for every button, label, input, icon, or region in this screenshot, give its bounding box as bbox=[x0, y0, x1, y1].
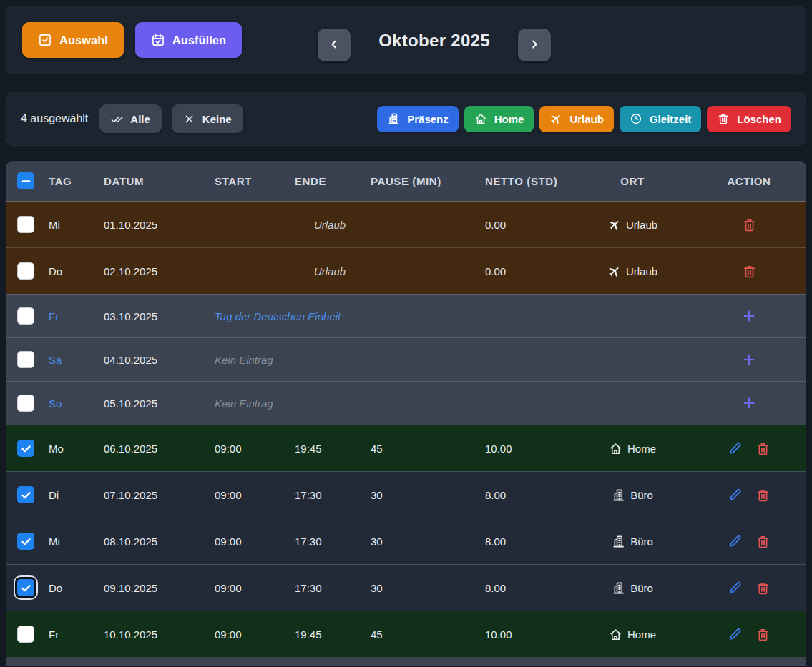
add-entry-button[interactable] bbox=[740, 395, 758, 412]
day-label: Do bbox=[43, 265, 98, 277]
pencil-icon bbox=[728, 580, 743, 596]
table-row-partial bbox=[6, 657, 806, 666]
pause-minutes: 30 bbox=[365, 489, 479, 501]
check-square-icon bbox=[38, 33, 52, 47]
edit-entry-button[interactable] bbox=[728, 627, 743, 642]
location-cell: Büro bbox=[571, 488, 694, 502]
note-label: Kein Eintrag bbox=[209, 354, 479, 366]
row-checkbox[interactable] bbox=[17, 486, 34, 503]
trash-icon bbox=[717, 112, 730, 125]
location-cell: Büro bbox=[571, 581, 694, 595]
auswahl-button[interactable]: Auswahl bbox=[22, 22, 124, 58]
date-label: 02.10.2025 bbox=[98, 265, 209, 277]
column-header-action: ACTION bbox=[694, 175, 804, 187]
urlaub-button[interactable]: Urlaub bbox=[539, 106, 614, 132]
day-label: Di bbox=[43, 489, 98, 501]
praesenz-button[interactable]: Präsenz bbox=[377, 106, 459, 132]
delete-entry-button[interactable] bbox=[755, 580, 771, 596]
ausfuellen-button-label: Ausfüllen bbox=[172, 34, 226, 47]
action-cell bbox=[694, 580, 804, 596]
table-row: Mi01.10.2025Urlaub0.00Urlaub bbox=[6, 201, 806, 247]
day-label: Fr bbox=[43, 310, 98, 322]
action-cell bbox=[694, 627, 804, 642]
selection-toolbar: 4 ausgewählt Alle Keine PräsenzHomeUrlau… bbox=[6, 92, 806, 146]
pause-minutes: 45 bbox=[365, 628, 479, 641]
row-checkbox-cell bbox=[6, 579, 43, 596]
plus-icon bbox=[740, 351, 758, 368]
plus-icon bbox=[740, 395, 758, 412]
select-all-checkbox[interactable] bbox=[17, 172, 34, 189]
netto-hours: 8.00 bbox=[479, 535, 571, 548]
pause-minutes: 30 bbox=[365, 535, 479, 548]
building-icon bbox=[612, 488, 625, 502]
date-label: 08.10.2025 bbox=[98, 535, 209, 548]
column-header-pause-min: PAUSE (MIN) bbox=[365, 175, 479, 187]
row-checkbox[interactable] bbox=[17, 262, 34, 280]
delete-entry-button[interactable] bbox=[742, 264, 757, 279]
home-button[interactable]: Home bbox=[464, 106, 534, 132]
calendar-check-icon bbox=[151, 33, 165, 47]
row-checkbox[interactable] bbox=[17, 395, 34, 412]
location-label: Büro bbox=[630, 489, 653, 501]
edit-entry-button[interactable] bbox=[728, 488, 743, 503]
ausfuellen-button[interactable]: Ausfüllen bbox=[135, 22, 242, 58]
select-all-button[interactable]: Alle bbox=[99, 104, 162, 133]
loeschen-button[interactable]: Löschen bbox=[707, 106, 791, 132]
date-label: 05.10.2025 bbox=[98, 397, 209, 410]
add-entry-button[interactable] bbox=[740, 307, 758, 325]
location-label: Home bbox=[627, 628, 656, 641]
location-cell: Büro bbox=[571, 535, 694, 548]
netto-hours: 0.00 bbox=[479, 219, 571, 231]
delete-entry-button[interactable] bbox=[755, 488, 771, 503]
row-checkbox[interactable] bbox=[17, 307, 34, 325]
location-label: Büro bbox=[630, 535, 653, 548]
previous-month-button[interactable] bbox=[318, 29, 351, 61]
delete-entry-button[interactable] bbox=[755, 534, 771, 549]
row-checkbox-cell bbox=[6, 216, 43, 233]
plane-icon bbox=[607, 265, 621, 278]
date-label: 10.10.2025 bbox=[98, 628, 209, 641]
delete-entry-button[interactable] bbox=[742, 217, 757, 232]
house-icon bbox=[609, 628, 622, 641]
note-label: Tag der Deutschen Einheit bbox=[209, 310, 479, 322]
delete-entry-button[interactable] bbox=[755, 627, 771, 642]
day-label: Fr bbox=[43, 628, 98, 641]
edit-entry-button[interactable] bbox=[728, 534, 743, 549]
column-header-netto-std: NETTO (STD) bbox=[479, 175, 571, 187]
header-checkbox-cell bbox=[6, 172, 43, 189]
day-text: Fr bbox=[49, 628, 59, 641]
table-row: Mo06.10.202509:0019:454510.00Home bbox=[6, 425, 806, 471]
table-row: Sa04.10.2025Kein Eintrag bbox=[6, 337, 806, 381]
trash-icon bbox=[755, 580, 771, 596]
month-title: Oktober 2025 bbox=[351, 6, 518, 75]
chevron-left-icon bbox=[328, 38, 341, 53]
auswahl-button-label: Auswahl bbox=[59, 34, 108, 47]
row-checkbox[interactable] bbox=[17, 579, 34, 596]
next-month-button[interactable] bbox=[518, 29, 551, 61]
gleitzeit-button[interactable]: Gleitzeit bbox=[620, 106, 701, 132]
add-entry-button[interactable] bbox=[740, 351, 758, 368]
edit-entry-button[interactable] bbox=[728, 580, 743, 596]
select-none-button[interactable]: Keine bbox=[172, 104, 243, 133]
edit-entry-button[interactable] bbox=[728, 441, 743, 456]
house-icon bbox=[609, 442, 622, 455]
gleitzeit-button-label: Gleitzeit bbox=[650, 113, 691, 125]
end-time: 17:30 bbox=[289, 535, 365, 548]
date-label: 09.10.2025 bbox=[98, 582, 209, 594]
table-row: Di07.10.202509:0017:30308.00Büro bbox=[6, 471, 806, 518]
day-text: Di bbox=[49, 489, 59, 501]
row-checkbox[interactable] bbox=[17, 216, 34, 233]
row-checkbox[interactable] bbox=[17, 440, 34, 457]
check-icon bbox=[20, 582, 32, 594]
trash-icon bbox=[755, 534, 771, 549]
delete-entry-button[interactable] bbox=[755, 441, 771, 456]
table-row: Fr10.10.202509:0019:454510.00Home bbox=[6, 611, 806, 657]
day-label: So bbox=[43, 397, 98, 410]
date-label: 03.10.2025 bbox=[98, 310, 209, 322]
row-checkbox[interactable] bbox=[17, 533, 34, 550]
netto-hours: 8.00 bbox=[479, 489, 571, 501]
row-checkbox-cell bbox=[6, 395, 43, 412]
plus-icon bbox=[740, 307, 758, 325]
row-checkbox[interactable] bbox=[17, 351, 34, 368]
row-checkbox[interactable] bbox=[17, 626, 34, 643]
